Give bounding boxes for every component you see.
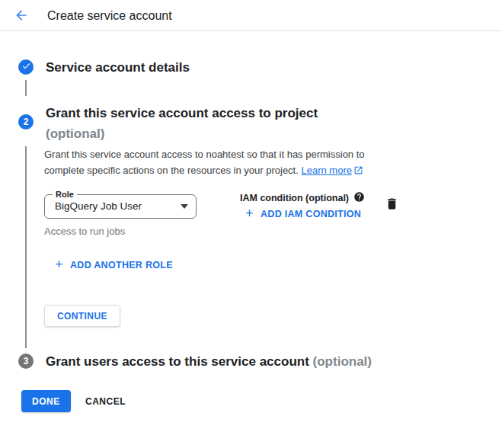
check-icon [21, 61, 31, 73]
continue-button[interactable]: CONTINUE [44, 305, 120, 327]
learn-more-link[interactable]: Learn more [301, 165, 351, 176]
step2-optional-label: (optional) [46, 123, 318, 144]
add-iam-condition-button[interactable]: ADD IAM CONDITION [244, 207, 361, 221]
page-header: Create service account [0, 0, 502, 31]
help-circle-icon [353, 191, 365, 205]
step2-title-text: Grant this service account access to pro… [46, 103, 318, 123]
back-button[interactable] [11, 5, 32, 27]
page-title: Create service account [47, 0, 172, 31]
step3-title-text: Grant users access to this service accou… [46, 354, 309, 369]
step2-description: Grant this service account access to noa… [44, 146, 381, 180]
add-iam-condition-label: ADD IAM CONDITION [261, 209, 361, 219]
plus-icon [53, 258, 70, 272]
iam-condition-section: IAM condition (optional) [240, 191, 365, 205]
add-another-role-button[interactable]: ADD ANOTHER ROLE [53, 258, 173, 272]
create-service-account-page: Create service account Service account d… [0, 0, 502, 448]
add-another-role-label: ADD ANOTHER ROLE [70, 260, 173, 270]
trash-icon [385, 197, 399, 213]
step1-completed-badge [18, 59, 34, 75]
step2-number-badge: 2 [18, 114, 34, 130]
stepper-connector [25, 80, 27, 96]
role-helper-text: Access to run jobs [44, 226, 125, 237]
iam-condition-label: IAM condition (optional) [240, 193, 349, 203]
step3-number-badge: 3 [18, 354, 34, 369]
open-in-new-icon [353, 164, 363, 180]
done-button[interactable]: DONE [21, 390, 71, 412]
arrow-back-icon [14, 8, 29, 25]
delete-role-button[interactable] [382, 196, 401, 214]
stepper-connector [25, 146, 27, 348]
step3-optional-label: (optional) [313, 354, 372, 369]
role-select-value: BigQuery Job User [55, 195, 142, 218]
step1-title: Service account details [46, 60, 190, 75]
plus-icon [244, 207, 261, 221]
help-button[interactable] [353, 191, 365, 205]
role-select[interactable]: Role BigQuery Job User [44, 194, 197, 219]
step3-title: Grant users access to this service accou… [46, 354, 372, 370]
caret-down-icon [181, 204, 188, 209]
cancel-button[interactable]: CANCEL [79, 390, 132, 412]
step2-number: 2 [24, 117, 29, 127]
step3-number: 3 [24, 356, 29, 366]
step2-title: Grant this service account access to pro… [46, 103, 318, 144]
